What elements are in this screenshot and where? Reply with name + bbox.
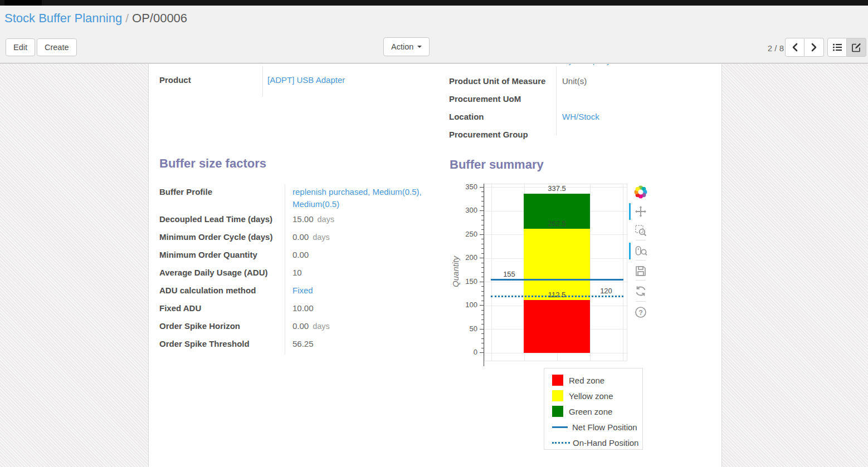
legend-swatch-rect — [552, 406, 563, 417]
y-minor-tick — [481, 319, 484, 320]
box-zoom-tool-icon[interactable] — [633, 223, 648, 238]
field-row-product-unit-of-measure: Product Unit of MeasureUnit(s) — [449, 73, 716, 91]
buffer-summary-chart[interactable]: 155120337.5262.5112.5 — [484, 184, 627, 361]
y-minor-tick — [481, 277, 484, 277]
gridline-vertical — [590, 184, 591, 361]
field-value: WH/Stock — [556, 111, 712, 123]
gridline-vertical — [491, 184, 492, 361]
svg-text:?: ? — [638, 309, 643, 317]
field-label: Product — [159, 74, 262, 86]
y-tick-label: 350 — [453, 183, 477, 191]
y-minor-tick — [481, 296, 484, 296]
field-unit: days — [313, 233, 330, 242]
field-label: Procurement UoM — [449, 93, 556, 105]
save-tool-icon[interactable] — [633, 263, 648, 279]
wheel-zoom-tool-icon[interactable] — [633, 243, 648, 259]
field-group-logistics: Product Unit of MeasureUnit(s)Procuremen… — [449, 73, 716, 144]
line-label-on-hand-position: 120 — [595, 287, 617, 296]
pan-tool-icon[interactable] — [633, 204, 648, 219]
field-value-link[interactable]: [ADPT] USB Adapter — [267, 75, 345, 85]
chevron-left-icon — [791, 43, 799, 52]
y-minor-tick — [481, 191, 484, 192]
legend-item-green-zone: Green zone — [544, 404, 642, 419]
field-value-link[interactable]: Fixed — [292, 286, 313, 295]
y-major-tick — [480, 352, 484, 353]
list-view-button[interactable] — [827, 38, 847, 57]
y-minor-tick — [481, 263, 484, 263]
field-row-minimum-order-cycle-days: Minimum Order Cycle (days)0.00days — [159, 228, 430, 246]
y-tick-label: 0 — [453, 348, 477, 357]
action-dropdown-button[interactable]: Action — [383, 37, 430, 56]
reset-tool-icon[interactable] — [633, 283, 648, 299]
legend-label: Net Flow Position — [572, 422, 637, 432]
field-row-fixed-adu: Fixed ADU10.00 — [159, 299, 430, 317]
help-tool-icon[interactable]: ? — [633, 304, 648, 320]
toolbar-divider — [636, 301, 646, 302]
y-minor-tick — [481, 338, 484, 339]
field-row-product: Product[ADPT] USB Adapter — [159, 72, 438, 90]
chart-legend: Red zoneYellow zoneGreen zoneNet Flow Po… — [544, 368, 643, 450]
y-minor-tick — [481, 239, 484, 239]
form-view-button[interactable] — [847, 38, 866, 57]
toolbar-divider — [636, 280, 646, 281]
list-icon — [832, 42, 843, 53]
field-value-text: 56.25 — [292, 339, 314, 348]
field-label: Minimum Order Cycle (days) — [159, 231, 285, 243]
legend-swatch-rect — [552, 375, 563, 386]
breadcrumb-parent-link[interactable]: Stock Buffer Planning — [4, 11, 122, 25]
legend-label: Green zone — [569, 407, 612, 416]
y-minor-tick — [481, 196, 484, 197]
field-group-product: Product[ADPT] USB Adapter — [159, 72, 438, 90]
field-value: 0.00 — [285, 249, 427, 261]
y-minor-tick — [481, 333, 484, 334]
field-label: Procurement Group — [449, 129, 556, 141]
section-title-buffer-size-factors: Buffer size factors — [159, 156, 266, 171]
field-value-link[interactable]: WH/Stock — [562, 112, 599, 121]
legend-item-yellow-zone: Yellow zone — [544, 388, 642, 404]
field-value-link[interactable]: replenish purchased, Medium(0.5), Medium… — [292, 187, 422, 209]
bokeh-logo-icon[interactable] — [633, 184, 648, 200]
y-minor-tick — [481, 314, 484, 315]
pager — [785, 38, 824, 57]
field-value: 10.00 — [285, 302, 427, 314]
legend-item-on-hand-position: On-Hand Position — [544, 435, 642, 450]
y-minor-tick — [481, 301, 484, 301]
breadcrumb-current: OP/00006 — [132, 11, 187, 25]
field-value-text: 15.00 — [292, 214, 314, 224]
field-row-procurement-group: Procurement Group — [449, 126, 716, 144]
control-panel: Stock Buffer Planning/OP/00006 Edit Crea… — [0, 6, 868, 63]
zone-yellow-zone — [524, 229, 590, 299]
company-value-clipped: My Company — [562, 64, 611, 66]
field-value: 15.00days — [285, 213, 427, 225]
field-row-location: LocationWH/Stock — [449, 109, 716, 126]
y-minor-tick — [481, 291, 484, 292]
toolbar-divider — [636, 260, 646, 260]
y-minor-tick — [481, 229, 484, 230]
tool-active-indicator — [629, 203, 631, 220]
field-label: Decoupled Lead Time (days) — [159, 213, 285, 225]
breadcrumb-separator: / — [122, 12, 132, 24]
field-label: Average Daily Usage (ADU) — [159, 267, 285, 279]
field-row-decoupled-lead-time-days: Decoupled Lead Time (days)15.00days — [159, 210, 430, 228]
field-row-procurement-uom: Procurement UoM — [449, 91, 716, 109]
zone-label-337-5: 337.5 — [540, 184, 574, 193]
field-value: Unit(s) — [556, 75, 712, 87]
field-value: 10 — [285, 267, 427, 279]
y-major-tick — [480, 305, 484, 306]
legend-item-net-flow-position: Net Flow Position — [544, 419, 642, 435]
field-value-text: 10 — [292, 268, 302, 277]
pager-previous-button[interactable] — [785, 38, 804, 57]
tool-active-indicator — [629, 243, 631, 259]
field-value: 56.25 — [285, 338, 427, 350]
y-minor-tick — [481, 324, 484, 325]
pager-next-button[interactable] — [804, 38, 824, 57]
form-sheet: My Company Product[ADPT] USB Adapter Pro… — [148, 64, 722, 467]
field-value: 0.00days — [285, 320, 427, 332]
section-title-buffer-summary: Buffer summary — [450, 158, 544, 172]
edit-button[interactable]: Edit — [6, 38, 35, 56]
y-tick-label: 150 — [453, 277, 477, 286]
legend-swatch-line — [552, 442, 570, 444]
create-button[interactable]: Create — [37, 38, 77, 56]
chart-y-axis-title: Quantity — [451, 238, 462, 305]
y-major-tick — [480, 234, 484, 235]
